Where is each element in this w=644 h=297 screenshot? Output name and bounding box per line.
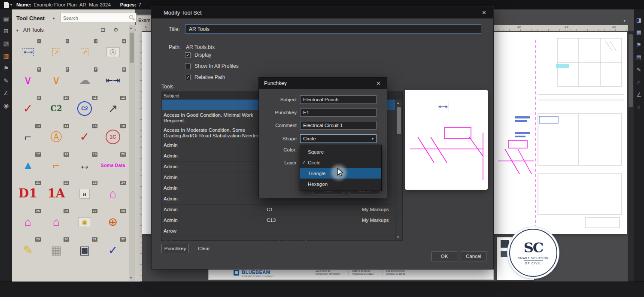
- tool-item-14[interactable]: Ⓐ14: [42, 123, 70, 151]
- ok-button[interactable]: OK: [431, 251, 457, 261]
- tool-chest-scrollbar[interactable]: ▴ ▾: [129, 25, 135, 281]
- bookmarks-icon[interactable]: ⚑: [3, 65, 9, 71]
- checkbox-icon[interactable]: [185, 64, 191, 69]
- measure-icon[interactable]: ∠: [3, 90, 9, 96]
- scroll-up-icon[interactable]: ▴: [397, 101, 399, 105]
- table-row[interactable]: AdminC13My Markups: [162, 215, 395, 226]
- dropdown-option-square[interactable]: Square: [300, 146, 381, 157]
- tool-glyph: Some Data: [101, 163, 125, 168]
- layers-icon[interactable]: ▧: [3, 40, 9, 46]
- gear-icon[interactable]: ⚙: [113, 27, 118, 33]
- table-row[interactable]: Arrow: [162, 226, 395, 237]
- tool-item-3[interactable]: ↗3: [70, 38, 99, 66]
- tool-set-title[interactable]: AR Tools: [23, 27, 44, 33]
- chevron-down-icon[interactable]: ▾: [16, 28, 18, 33]
- table-row[interactable]: CalloutLength of column?: [162, 237, 395, 240]
- tool-chest-icon[interactable]: ▥: [3, 53, 9, 59]
- search-icon[interactable]: ○: [637, 104, 641, 110]
- tool-item-20[interactable]: Some Data20: [99, 151, 127, 179]
- subject-input[interactable]: [300, 95, 377, 104]
- document-scrollbar[interactable]: [628, 31, 634, 282]
- tool-item-18[interactable]: ⌐18: [42, 151, 70, 179]
- punchkey-input[interactable]: [300, 108, 377, 117]
- tool-item-6[interactable]: ∨6: [42, 66, 70, 94]
- table-scrollbar[interactable]: ▴ ▾: [395, 100, 402, 240]
- checkbox-relative-path[interactable]: ✓Relative Path: [185, 72, 239, 83]
- close-icon[interactable]: ✕: [374, 79, 383, 88]
- tool-glyph: ▲: [22, 160, 34, 171]
- tool-item-28[interactable]: ⊕28: [99, 208, 127, 236]
- document-tab[interactable]: Exam: [136, 15, 151, 25]
- thumbnails-icon[interactable]: ▦: [636, 30, 641, 35]
- chat-icon[interactable]: ◉: [3, 103, 9, 109]
- panels-icon[interactable]: ⊞: [3, 28, 9, 34]
- tool-item-13[interactable]: ⌐13: [14, 123, 42, 151]
- close-icon[interactable]: ✕: [479, 9, 489, 17]
- table-cell-subject: Admin: [162, 215, 265, 224]
- tool-item-8[interactable]: ⇤⇥8: [99, 66, 127, 94]
- tool-item-25[interactable]: ⌂25: [14, 208, 42, 236]
- tool-item-23[interactable]: a23: [70, 179, 99, 208]
- shape-label: Shape: [259, 136, 297, 141]
- bookmarks-icon[interactable]: ⚑: [636, 42, 641, 48]
- checkbox-icon[interactable]: ✓: [185, 75, 191, 80]
- tool-item-10[interactable]: C210: [42, 94, 70, 123]
- tool-item-21[interactable]: D121: [14, 179, 42, 208]
- tool-item-30[interactable]: ▦30: [42, 236, 70, 264]
- scroll-down-icon[interactable]: ▾: [130, 276, 132, 280]
- tool-item-15[interactable]: ✓15: [70, 123, 99, 151]
- tool-item-29[interactable]: ✎29: [14, 236, 42, 264]
- table-row[interactable]: AdminC1My Markups: [162, 205, 395, 215]
- tool-item-12[interactable]: ↗12: [99, 94, 127, 123]
- tool-item-31[interactable]: ▣31: [70, 236, 99, 264]
- tool-glyph: ☁: [79, 75, 91, 86]
- comment-input[interactable]: [300, 121, 377, 130]
- tool-item-22[interactable]: 1A22: [42, 179, 70, 208]
- measurements-icon[interactable]: ∠: [636, 92, 641, 97]
- scrollbar-thumb[interactable]: [130, 33, 134, 63]
- tool-item-11[interactable]: C211: [70, 94, 99, 123]
- chevron-down-icon[interactable]: ▾: [10, 3, 12, 7]
- checkbox-icon[interactable]: ✓: [185, 52, 191, 58]
- markup-icon[interactable]: ✎: [3, 78, 9, 84]
- tool-item-17[interactable]: ▲17: [14, 151, 42, 179]
- scrollbar-thumb[interactable]: [629, 34, 633, 107]
- cancel-button[interactable]: Cancel: [461, 251, 486, 261]
- tool-number-badge: 15: [92, 124, 97, 128]
- scroll-down-icon[interactable]: ▾: [397, 235, 399, 239]
- tool-item-5[interactable]: ∨5: [14, 66, 42, 94]
- checkbox-display[interactable]: ✓Display: [185, 49, 239, 61]
- title-input[interactable]: [185, 24, 481, 33]
- tool-item-27[interactable]: ◉27: [70, 208, 99, 236]
- tool-item-7[interactable]: ☁7: [70, 66, 99, 94]
- scale-icon[interactable]: ⊡: [100, 27, 105, 33]
- tool-item-2[interactable]: ↗2: [42, 38, 70, 66]
- chevron-down-icon[interactable]: ▾: [53, 16, 55, 21]
- tool-item-24[interactable]: ⌂24: [99, 179, 127, 208]
- tool-item-32[interactable]: ✓32: [99, 236, 127, 264]
- tool-item-19[interactable]: ↔19: [70, 151, 99, 179]
- tool-item-26[interactable]: ⌂26: [42, 208, 70, 236]
- search-input[interactable]: [62, 14, 128, 22]
- file-icon[interactable]: ▤: [3, 15, 9, 21]
- properties-icon[interactable]: ▤: [636, 55, 641, 60]
- tool-item-4[interactable]: Ⓐ4: [99, 38, 127, 66]
- clear-button[interactable]: Clear: [194, 244, 214, 253]
- punchkey-button[interactable]: Punchkey: [161, 244, 189, 253]
- checkbox-show-in-all-profiles[interactable]: Show In All Profiles: [185, 61, 239, 72]
- tool-item-1[interactable]: ⇤⇥1: [14, 38, 42, 66]
- scrollbar-thumb[interactable]: [397, 107, 401, 134]
- spaces-icon[interactable]: ⌂: [637, 79, 641, 85]
- search-icon[interactable]: [129, 15, 135, 21]
- shape-select[interactable]: Circle ▾: [300, 134, 377, 143]
- table-cell-source: [360, 226, 395, 230]
- tool-item-16[interactable]: 1C16: [99, 123, 127, 151]
- file-icon[interactable]: [4, 2, 9, 8]
- table-cell-source: My Markups: [360, 205, 395, 214]
- tool-item-9[interactable]: ✓9: [14, 94, 42, 123]
- markups-list-icon[interactable]: ✎: [637, 67, 641, 73]
- scroll-up-icon[interactable]: ▴: [130, 26, 132, 30]
- panel-icon[interactable]: ◨: [636, 17, 641, 23]
- chevron-down-icon[interactable]: ▾: [623, 18, 626, 23]
- option-label: Hexagon: [308, 182, 328, 187]
